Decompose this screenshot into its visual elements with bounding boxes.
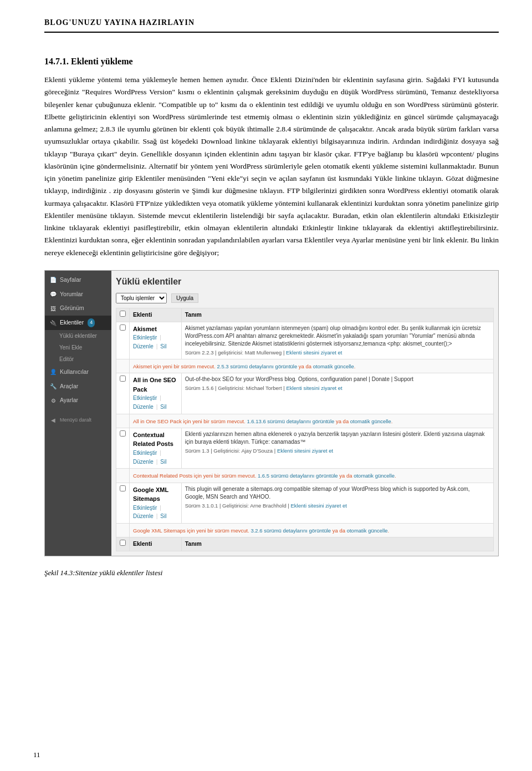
plugin-meta: Sürüm 2.2.3 | geliştiricisi: Matt Mullen…: [185, 349, 490, 357]
activate-link[interactable]: Etkinleştir: [133, 395, 157, 401]
edit-link[interactable]: Düzenle: [133, 459, 154, 465]
collapse-icon: ◀: [49, 416, 57, 424]
plugin-update-notice: All in One SEO Pack için yeni bir sürüm …: [133, 418, 490, 425]
plugin-icon: 🔌: [49, 319, 57, 327]
update-detail-link[interactable]: 2.5.3 sürümü detaylarını görüntüle: [217, 363, 298, 369]
plugin-site-link[interactable]: Eklenti sitesini ziyaret et: [286, 385, 342, 391]
auto-update-link[interactable]: otomatik güncelle: [354, 473, 395, 479]
plugin-desc-header: Tanım: [185, 540, 202, 547]
plugin-name: Eklenti: [133, 540, 152, 547]
sidebar-item-sayfalar[interactable]: 📄 Sayfalar: [45, 273, 111, 287]
plugin-checkbox[interactable]: [120, 376, 126, 382]
auto-update-link[interactable]: otomatik güncelle: [313, 363, 354, 369]
plugin-actions: Etkinleştir | Düzenle | Sil: [133, 504, 178, 521]
delete-link[interactable]: Sil: [160, 513, 166, 519]
appearance-icon: 🖼: [49, 305, 57, 313]
sidebar-item-ayarlar[interactable]: ⚙ Ayarlar: [45, 393, 111, 408]
comment-icon: 💬: [49, 290, 57, 298]
delete-link[interactable]: Sil: [160, 343, 166, 349]
sidebar-item-goruntum[interactable]: 🖼 Görünüm: [45, 301, 111, 316]
figure-caption: Şekil 14.3:Sitenize yüklü eklentiler lis…: [44, 567, 499, 579]
body-paragraph: Eklenti yükleme yöntemi tema yüklemeyle …: [44, 74, 499, 259]
page-header: BLOG'UNUZU YAYINA HAZIRLAYIN: [44, 17, 499, 33]
plugin-badge: 4: [88, 318, 95, 327]
sidebar-item-eklentiler[interactable]: 🔌 Eklentiler 4: [45, 316, 111, 330]
plugin-actions: Etkinleştir | Düzenle | Sil: [133, 333, 178, 351]
plugin-checkbox[interactable]: [120, 485, 126, 491]
plugin-name: Akismet: [133, 324, 178, 334]
user-icon: 👤: [49, 368, 57, 376]
page-header-title: BLOG'UNUZU YAYINA HAZIRLAYIN: [44, 18, 195, 27]
plugin-name: Contextual Related Posts: [133, 430, 178, 449]
col-plugin: Eklenti: [130, 308, 182, 322]
sidebar-item-menu-collapse[interactable]: ◀ Menüyü daralt: [45, 413, 111, 427]
wp-main: Yüklü eklentiler Toplu işlemler Etkinleş…: [111, 271, 498, 556]
sidebar-item-kullanici[interactable]: 👤 Kullanıcılar: [45, 365, 111, 379]
sidebar-item-araclar[interactable]: 🔧 Araçlar: [45, 379, 111, 394]
plugin-site-link[interactable]: Eklenti sitesini ziyaret et: [290, 503, 346, 509]
plugin-desc: Akismet yazılaması yapılan yorumların is…: [185, 324, 490, 348]
table-row: All in One SEO Pack Etkinleştir | Düzenl…: [116, 373, 494, 414]
plugin-desc: Out-of-the-box SEO for your WordPress bl…: [185, 376, 490, 383]
table-row-footer: Eklenti Tanım: [116, 537, 494, 551]
col-desc: Tanım: [181, 308, 493, 322]
delete-link[interactable]: Sil: [160, 404, 166, 410]
edit-link[interactable]: Düzenle: [133, 343, 154, 349]
sidebar-sub-editor[interactable]: Editör: [45, 353, 111, 365]
table-row-update: All in One SEO Pack için yeni bir sürüm …: [116, 414, 494, 428]
tools-icon: 🔧: [49, 382, 57, 390]
plugin-checkbox[interactable]: [120, 324, 126, 331]
table-row: Akismet Etkinleştir | Düzenle | Sil Akis…: [116, 322, 494, 359]
activate-link[interactable]: Etkinleştir: [133, 334, 157, 341]
plugin-checkbox[interactable]: [120, 540, 126, 546]
col-checkbox: [116, 308, 130, 322]
plugin-update-notice: Contextual Related Posts için yeni bir s…: [133, 472, 490, 480]
update-detail-link[interactable]: 1.6.5 sürümü detaylarını görüntüle: [258, 473, 338, 479]
auto-update-link[interactable]: otomatik güncelle: [350, 418, 391, 424]
table-row-update: Google XML Sitemaps için yeni bir sürüm …: [116, 524, 494, 537]
settings-icon: ⚙: [49, 397, 57, 405]
bulk-action-select[interactable]: Toplu işlemler Etkinleştir Etkisizleştir…: [116, 293, 167, 303]
plugin-meta: Sürüm 1.3 | Geliştiricisi: Ajay D'Souza …: [185, 447, 490, 455]
plugin-checkbox[interactable]: [120, 430, 126, 437]
section-number-title: 14.7.1. Eklenti yükleme: [44, 55, 499, 68]
sidebar-item-yorumlar[interactable]: 💬 Yorumlar: [45, 287, 111, 302]
delete-link[interactable]: Sil: [160, 459, 166, 465]
page-icon: 📄: [49, 276, 57, 284]
wp-toolbar: Toplu işlemler Etkinleştir Etkisizleştir…: [116, 293, 494, 303]
wp-sidebar: 📄 Sayfalar 💬 Yorumlar 🖼 Görünüm 🔌 Eklent…: [45, 271, 111, 556]
activate-link[interactable]: Etkinleştir: [133, 450, 157, 456]
update-detail-link[interactable]: 1.6.13.6 sürümü detaylarını görüntüle: [247, 418, 334, 424]
apply-button[interactable]: Uygula: [171, 293, 198, 303]
table-row-update: Contextual Related Posts için yeni bir s…: [116, 469, 494, 483]
plugin-site-link[interactable]: Eklenti sitesini ziyaret et: [277, 448, 333, 454]
select-all-checkbox[interactable]: [120, 311, 126, 317]
plugin-update-notice: Google XML Sitemaps için yeni bir sürüm …: [133, 527, 490, 535]
plugin-name: All in One SEO Pack: [133, 376, 178, 394]
plugin-name: Google XML Sitemaps: [133, 485, 178, 504]
plugin-desc: This plugin will generate a sitemaps.org…: [185, 485, 490, 501]
update-detail-link[interactable]: 3.2.6 sürümü detaylarını görüntüle: [250, 527, 331, 534]
plugin-meta: Sürüm 3.1.0.1 | Geliştiricisi: Arne Brac…: [185, 502, 490, 510]
table-row: Google XML Sitemaps Etkinleştir | Düzenl…: [116, 483, 494, 524]
activate-link[interactable]: Etkinleştir: [133, 505, 157, 511]
page-number: 11: [33, 749, 40, 760]
edit-link[interactable]: Düzenle: [133, 513, 154, 519]
plugin-site-link[interactable]: Eklenti sitesini ziyaret et: [286, 349, 342, 356]
plugin-meta: Sürüm 1.5.6 | Geliştiricisi: Michael Tor…: [185, 384, 490, 392]
table-row-update: Akismet için yeni bir sürüm mevcut. 2.5.…: [116, 359, 494, 373]
edit-link[interactable]: Düzenle: [133, 404, 154, 410]
plugin-actions: Etkinleştir | Düzenle | Sil: [133, 449, 178, 466]
plugins-table: Eklenti Tanım Akismet Etkinleştir |: [116, 308, 494, 551]
wp-main-title: Yüklü eklentiler: [116, 275, 494, 288]
plugin-desc: Eklenti yazılarınızın hemen altına eklen…: [185, 430, 490, 446]
auto-update-link[interactable]: otomatik güncelle: [347, 527, 388, 534]
screenshot-container: 📄 Sayfalar 💬 Yorumlar 🖼 Görünüm 🔌 Eklent…: [44, 270, 499, 556]
plugin-actions: Etkinleştir | Düzenle | Sil: [133, 394, 178, 412]
sidebar-sub-yeni[interactable]: Yeni Ekle: [45, 342, 111, 353]
sidebar-sub-yuklu[interactable]: Yüklü eklentiler: [45, 330, 111, 342]
plugin-update-notice: Akismet için yeni bir sürüm mevcut. 2.5.…: [133, 363, 490, 371]
table-row: Contextual Related Posts Etkinleştir | D…: [116, 428, 494, 469]
